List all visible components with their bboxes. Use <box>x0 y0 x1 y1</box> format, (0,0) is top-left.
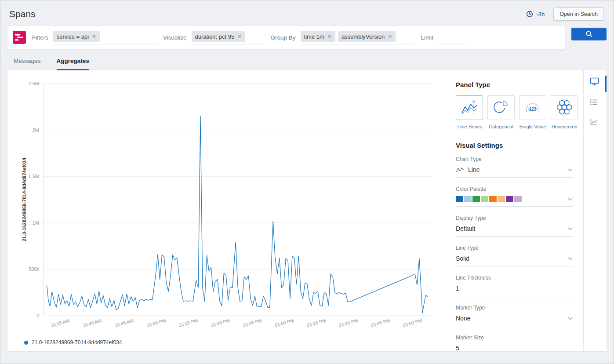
tab-aggregates[interactable]: Aggregates <box>57 58 89 70</box>
list-icon <box>590 99 600 106</box>
svg-text:2M: 2M <box>33 127 39 133</box>
remove-chip-icon[interactable]: ✕ <box>92 34 96 39</box>
line-thickness-control[interactable] <box>456 285 573 296</box>
group-by-input[interactable]: time 1m ✕ assemblyVersion ✕ <box>300 30 415 44</box>
filters-label: Filters <box>32 34 48 41</box>
panel-type-single-value[interactable]: 123 Single Value <box>519 95 546 129</box>
palette-swatch <box>464 196 472 202</box>
chevron-down-icon <box>568 198 573 201</box>
svg-text:0: 0 <box>36 313 39 318</box>
tab-messages[interactable]: Messages <box>14 58 41 70</box>
time-range-picker[interactable]: -3h <box>526 11 545 18</box>
line-type-field: Line Type Solid <box>456 245 573 266</box>
color-palette-label: Color Palette <box>456 186 573 192</box>
marker-size-input[interactable] <box>456 345 573 352</box>
honeycomb-icon <box>556 99 573 116</box>
open-in-search-button[interactable]: Open in Search <box>553 7 604 21</box>
marker-size-field: Marker Size <box>456 335 573 356</box>
chart-section: 21.0-1628249869-7014-8d4d974ef034 0500k1… <box>7 70 444 351</box>
display-type-select[interactable]: Default <box>456 225 573 237</box>
svg-text:11:45 AM: 11:45 AM <box>114 318 134 328</box>
query-bar: Filters service = api ✕ Visualize durati… <box>7 26 607 49</box>
single-value-icon: 123 <box>524 99 541 116</box>
filters-field: Filters service = api ✕ <box>32 30 157 44</box>
axes-view-button[interactable] <box>590 119 600 126</box>
categorical-icon <box>492 99 510 116</box>
palette-swatch <box>456 196 463 202</box>
palette-swatch <box>514 196 522 202</box>
svg-text:500k: 500k <box>29 266 39 272</box>
group-by-chip-time[interactable]: time 1m ✕ <box>301 31 335 42</box>
legend-item[interactable]: 21.0-1628249869-7014-8d4d974ef034 <box>24 339 122 346</box>
group-by-field: Group By time 1m ✕ assemblyVersion ✕ <box>271 30 415 44</box>
svg-text:01:15 PM: 01:15 PM <box>306 318 327 328</box>
chart-y-axis-label: 21.0-1628249869-7014-8d4d974ef034 <box>22 138 27 261</box>
chart-type-field: Chart Type Line <box>456 156 573 178</box>
palette-swatch <box>481 196 488 202</box>
svg-text:01:45 PM: 01:45 PM <box>370 318 391 328</box>
timeseries-plot[interactable]: 0500k1M1.5M2M2.5M11:15 AM11:30 AM11:45 A… <box>9 74 444 332</box>
svg-text:01:30 PM: 01:30 PM <box>338 318 359 328</box>
legend-dot <box>24 341 28 345</box>
display-type-field: Display Type Default <box>456 215 573 237</box>
marker-type-value: None <box>456 315 564 322</box>
filters-input[interactable]: service = api ✕ <box>52 30 157 44</box>
panel-type-honeycomb[interactable]: Honeycomb <box>551 95 578 129</box>
palette-swatch <box>489 196 497 202</box>
visualize-chip[interactable]: duration: pct 95 ✕ <box>192 31 246 42</box>
svg-text:1.5M: 1.5M <box>29 174 39 179</box>
svg-text:12:30 PM: 12:30 PM <box>210 318 231 328</box>
panel-type-categorical[interactable]: Categorical <box>487 95 515 129</box>
panel-type-time-series[interactable]: Time Series <box>456 95 483 129</box>
chevron-down-icon <box>568 227 573 230</box>
remove-chip-icon[interactable]: ✕ <box>237 34 242 39</box>
limit-input-text[interactable] <box>438 33 462 40</box>
search-icon <box>585 30 593 38</box>
line-type-select[interactable]: Solid <box>456 255 573 266</box>
filter-chip-label: service = api <box>57 33 89 40</box>
svg-text:01:00 PM: 01:00 PM <box>274 318 295 328</box>
chart-view-button[interactable] <box>590 77 600 86</box>
visualize-label: Visualize <box>163 34 187 41</box>
svg-text:02:00 PM: 02:00 PM <box>402 318 423 328</box>
spans-icon <box>13 31 26 44</box>
panel-type-options: Time Series Categorical <box>456 95 573 129</box>
panel-type-label: Honeycomb <box>551 124 578 129</box>
svg-text:12:15 PM: 12:15 PM <box>178 318 199 328</box>
panel-type-heading: Panel Type <box>456 81 573 88</box>
line-type-value: Solid <box>456 255 564 262</box>
marker-size-control[interactable] <box>456 345 573 356</box>
panel-type-label: Single Value <box>519 124 546 129</box>
limit-input[interactable] <box>437 30 465 44</box>
marker-type-select[interactable]: None <box>456 315 573 326</box>
color-palette-select[interactable] <box>456 196 573 207</box>
line-type-label: Line Type <box>456 245 573 251</box>
svg-text:12:45 PM: 12:45 PM <box>242 318 263 328</box>
filter-chip[interactable]: service = api ✕ <box>53 31 100 42</box>
result-tabs: Messages Aggregates <box>0 49 614 70</box>
group-by-chip-assembly-label: assemblyVersion <box>342 33 385 40</box>
panel-type-label: Time Series <box>456 124 483 129</box>
svg-text:11:30 AM: 11:30 AM <box>82 318 102 328</box>
visual-settings-heading: Visual Settings <box>456 142 573 149</box>
remove-chip-icon[interactable]: ✕ <box>327 34 332 39</box>
line-thickness-input[interactable] <box>456 285 573 292</box>
chart-type-select[interactable]: Line <box>456 166 573 178</box>
group-by-chip-assembly[interactable]: assemblyVersion ✕ <box>338 31 396 42</box>
group-by-chip-time-label: time 1m <box>304 33 324 40</box>
aggregates-panel: 21.0-1628249869-7014-8d4d974ef034 0500k1… <box>7 70 607 351</box>
chevron-down-icon <box>568 257 573 260</box>
visualize-input[interactable]: duration: pct 95 ✕ <box>191 30 265 44</box>
chart-type-value: Line <box>468 166 564 173</box>
remove-chip-icon[interactable]: ✕ <box>388 34 392 39</box>
chart-type-label: Chart Type <box>456 156 573 162</box>
marker-type-label: Marker Type <box>456 305 573 311</box>
line-thickness-label: Line Thickness <box>456 275 573 281</box>
legend-view-button[interactable] <box>590 99 600 106</box>
visualize-chip-label: duration: pct 95 <box>195 33 235 40</box>
display-type-value: Default <box>456 225 564 232</box>
svg-text:11:15 AM: 11:15 AM <box>50 318 70 328</box>
limit-field: Limit <box>421 30 466 44</box>
search-button[interactable] <box>571 28 607 40</box>
palette-swatch <box>498 196 505 202</box>
